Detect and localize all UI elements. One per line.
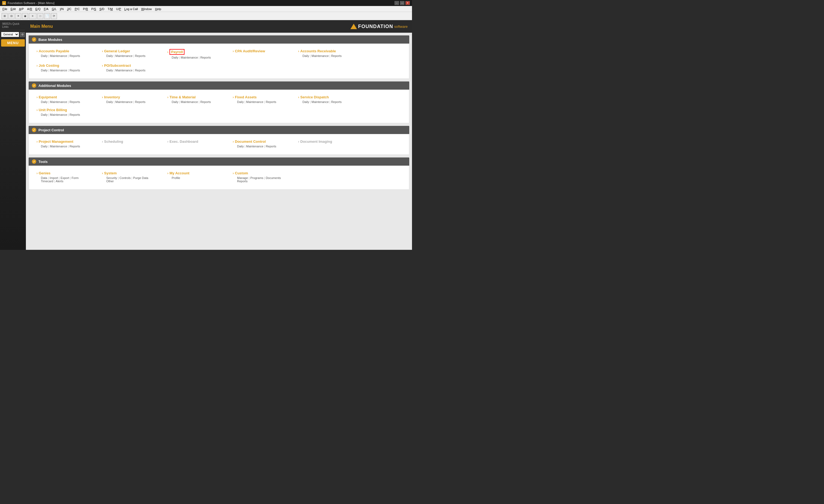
toolbar-btn-7[interactable]: 📄 [44,13,50,19]
tm-maintenance[interactable]: Maintenance [181,100,198,104]
upb-maintenance[interactable]: Maintenance [50,113,67,116]
custom-reports[interactable]: Reports [237,180,248,183]
sys-other[interactable]: Other [106,180,114,183]
module-name-cpa-audit[interactable]: CPA Audit/Review [235,49,265,53]
inv-daily[interactable]: Daily [106,100,113,104]
module-name-service-dispatch[interactable]: Service Dispatch [300,95,329,99]
custom-manage[interactable]: Manage [237,176,248,180]
menu-pc[interactable]: P/C [73,7,81,11]
menu-jc[interactable]: J/C [66,7,73,11]
gear-icon[interactable]: ⚙ [20,32,25,37]
menu-button[interactable]: MENU [1,39,25,46]
module-name-accounts-payable[interactable]: Accounts Payable [39,49,69,53]
dc-reports[interactable]: Reports [266,145,276,148]
module-name-unit-price-billing[interactable]: Unit Price Billing [39,108,67,112]
dc-maintenance[interactable]: Maintenance [246,145,263,148]
menu-file[interactable]: File [1,7,9,11]
menu-help[interactable]: Help [154,7,163,11]
sys-security[interactable]: Security [106,176,117,180]
module-name-po-subcontract[interactable]: PO/Subcontract [104,64,131,68]
menu-eq[interactable]: E/Q [34,7,42,11]
pm-reports[interactable]: Reports [70,145,80,148]
eq-daily[interactable]: Daily [41,100,47,104]
module-name-inventory[interactable]: Inventory [104,95,120,99]
menu-pr[interactable]: P/R [82,7,89,11]
inv-reports[interactable]: Reports [135,100,145,104]
module-name-job-costing[interactable]: Job Costing [39,64,59,68]
module-name-genies[interactable]: Genies [39,171,50,175]
module-name-custom[interactable]: Custom [235,171,248,175]
module-name-document-control[interactable]: Document Control [235,139,266,143]
toolbar-btn-3[interactable]: ✕ [15,13,21,19]
toolbar-btn-2[interactable]: ⊟ [8,13,14,19]
genies-timecard[interactable]: Timecard [41,180,53,183]
gl-maintenance[interactable]: Maintenance [115,54,132,58]
toolbar-btn-6[interactable]: □ [37,13,43,19]
sys-purge[interactable]: Purge Data [133,176,148,180]
upb-reports[interactable]: Reports [70,113,80,116]
module-name-accounts-receivable[interactable]: Accounts Receivable [300,49,336,53]
genies-import[interactable]: Import [49,176,58,180]
eq-reports[interactable]: Reports [70,100,80,104]
sd-maintenance[interactable]: Maintenance [311,100,329,104]
menu-up[interactable]: U/P [115,7,122,11]
ar-daily[interactable]: Daily [302,54,309,58]
fa-maintenance[interactable]: Maintenance [246,100,263,104]
genies-form[interactable]: Form [72,176,79,180]
sd-reports[interactable]: Reports [331,100,342,104]
module-name-general-ledger[interactable]: General Ledger [104,49,130,53]
pm-daily[interactable]: Daily [41,145,47,148]
toolbar-btn-4[interactable]: ◉ [22,13,28,19]
genies-export[interactable]: Export [61,176,69,180]
module-name-system[interactable]: System [104,171,117,175]
custom-programs[interactable]: Programs [250,176,264,180]
toolbar-btn-1[interactable]: ⊞ [2,13,8,19]
pr-maintenance[interactable]: Maintenance [181,56,198,59]
module-name-time-material[interactable]: Time & Material [170,95,196,99]
module-name-equipment[interactable]: Equipment [39,95,57,99]
myaccount-profile[interactable]: Profile [172,176,180,180]
sidebar-select[interactable]: General [1,32,19,37]
close-button[interactable]: ✕ [405,1,410,5]
jc-daily[interactable]: Daily [41,69,47,72]
menu-sd[interactable]: S/D [98,7,106,11]
fa-daily[interactable]: Daily [237,100,243,104]
pr-reports[interactable]: Reports [200,56,211,59]
toolbar-btn-8[interactable]: ⟳ [51,13,57,19]
ap-daily[interactable]: Daily [41,54,47,58]
gl-reports[interactable]: Reports [135,54,145,58]
pos-reports[interactable]: Reports [135,69,145,72]
ar-reports[interactable]: Reports [331,54,342,58]
module-name-project-management[interactable]: Project Management [39,139,73,143]
fa-reports[interactable]: Reports [266,100,276,104]
minimize-button[interactable]: ─ [395,1,399,5]
toolbar-btn-5[interactable]: ≡ [29,13,36,19]
menu-in[interactable]: I/N [59,7,65,11]
jc-maintenance[interactable]: Maintenance [50,69,67,72]
dc-daily[interactable]: Daily [237,145,243,148]
module-name-my-account[interactable]: My Account [170,171,189,175]
sys-controls[interactable]: Controls [120,176,131,180]
menu-log-call[interactable]: Log a Call [123,7,139,11]
module-name-payroll[interactable]: Payroll [170,49,185,55]
menu-ar[interactable]: A/R [26,7,33,11]
sd-daily[interactable]: Daily [302,100,309,104]
tm-reports[interactable]: Reports [200,100,211,104]
restore-button[interactable]: ▭ [400,1,404,5]
custom-documents[interactable]: Documents [266,176,281,180]
ar-maintenance[interactable]: Maintenance [311,54,329,58]
pos-maintenance[interactable]: Maintenance [115,69,132,72]
menu-ap[interactable]: A/P [18,7,25,11]
genies-data[interactable]: Data [41,176,47,180]
menu-tm[interactable]: T/M [106,7,114,11]
tm-daily[interactable]: Daily [172,100,178,104]
eq-maintenance[interactable]: Maintenance [50,100,67,104]
pm-maintenance[interactable]: Maintenance [50,145,67,148]
menu-ps[interactable]: P/S [90,7,98,11]
ap-maintenance[interactable]: Maintenance [50,54,67,58]
module-name-fixed-assets[interactable]: Fixed Assets [235,95,257,99]
gl-daily[interactable]: Daily [106,54,113,58]
genies-alerts[interactable]: Alerts [56,180,63,183]
menu-fa[interactable]: F/A [42,7,50,11]
jc-reports[interactable]: Reports [70,69,80,72]
